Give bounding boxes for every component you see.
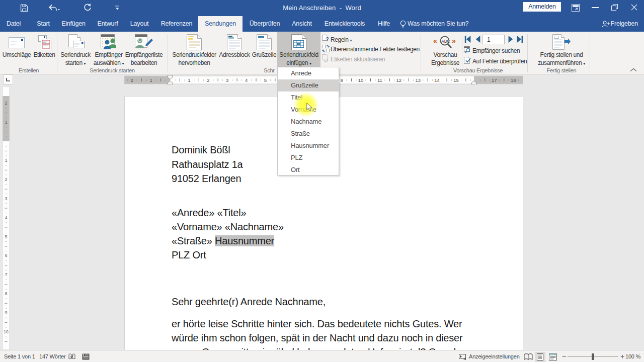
svg-text:13: 13 (415, 77, 421, 83)
svg-text:8: 8 (5, 291, 8, 296)
svg-text:3: 3 (226, 77, 228, 83)
svg-text:10: 10 (358, 77, 364, 83)
svg-text:18: 18 (511, 77, 516, 83)
svg-text:5: 5 (5, 234, 8, 239)
svg-text:12: 12 (396, 77, 402, 83)
svg-text:1: 1 (5, 120, 8, 125)
svg-text:5: 5 (264, 77, 267, 83)
svg-text:2: 2 (5, 177, 8, 182)
svg-text:3: 3 (5, 196, 8, 201)
svg-text:10: 10 (4, 329, 9, 334)
svg-text:4: 4 (245, 77, 248, 83)
svg-text:4: 4 (5, 215, 8, 220)
svg-text:6: 6 (5, 253, 8, 258)
svg-text:7: 7 (5, 272, 8, 277)
svg-text:?: ? (326, 36, 329, 42)
svg-text:»: » (452, 37, 456, 45)
svg-text:2: 2 (207, 77, 209, 83)
svg-text:1: 1 (188, 77, 190, 83)
svg-text:1: 1 (149, 77, 152, 83)
svg-text:9: 9 (5, 310, 8, 315)
svg-text:ABC: ABC (441, 39, 450, 44)
svg-text:«: « (433, 37, 437, 45)
svg-text:2: 2 (131, 77, 133, 83)
svg-text:11: 11 (377, 77, 382, 83)
svg-text:15: 15 (453, 77, 459, 83)
svg-text:17: 17 (492, 77, 497, 83)
svg-text:14: 14 (434, 77, 440, 83)
svg-text:9: 9 (340, 77, 343, 83)
svg-text:1: 1 (5, 158, 8, 163)
svg-text:2: 2 (5, 101, 8, 106)
